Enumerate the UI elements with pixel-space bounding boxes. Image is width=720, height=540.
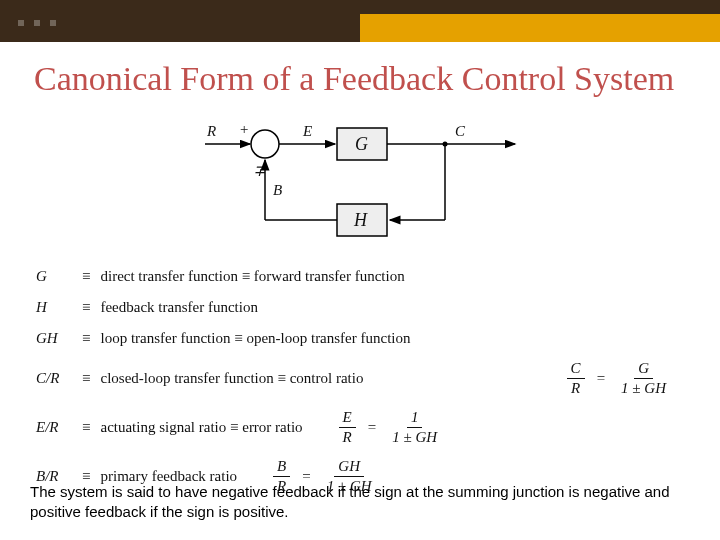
- plus-sign: +: [239, 121, 249, 137]
- def-row: E/R ≡ actuating signal ratio ≡ error rat…: [36, 410, 676, 445]
- definitions-list: G ≡ direct transfer function ≡ forward t…: [36, 268, 676, 494]
- equiv-sign: ≡: [82, 419, 90, 436]
- accent-dark: [0, 14, 360, 42]
- def-row: G ≡ direct transfer function ≡ forward t…: [36, 268, 676, 285]
- def-symbol: C/R: [36, 370, 72, 387]
- def-symbol: GH: [36, 330, 72, 347]
- accent-dots: [18, 20, 56, 26]
- footer-note: The system is said to have negative feed…: [30, 482, 690, 523]
- def-row: C/R ≡ closed-loop transfer function ≡ co…: [36, 361, 676, 396]
- def-text: direct transfer function ≡ forward trans…: [100, 268, 404, 285]
- formula-ER: ER = 11 ± GH: [333, 410, 448, 445]
- header-strip-top: [0, 0, 720, 14]
- def-text: closed-loop transfer function ≡ control …: [100, 370, 363, 387]
- signal-E: E: [302, 123, 312, 139]
- equiv-sign: ≡: [82, 268, 90, 285]
- block-diagram: R + ∓ E G C H B: [195, 110, 525, 258]
- equiv-sign: ≡: [82, 299, 90, 316]
- header-strip-accent: [0, 14, 720, 42]
- def-symbol: E/R: [36, 419, 72, 436]
- label-H: H: [353, 210, 368, 230]
- equiv-sign: ≡: [82, 370, 90, 387]
- def-text: feedback transfer function: [100, 299, 257, 316]
- summing-junction: [251, 130, 279, 158]
- equiv-sign: ≡: [82, 330, 90, 347]
- def-text: actuating signal ratio ≡ error ratio: [100, 419, 302, 436]
- label-G: G: [355, 134, 368, 154]
- def-row: GH ≡ loop transfer function ≡ open-loop …: [36, 330, 676, 347]
- signal-R: R: [206, 123, 216, 139]
- signal-C: C: [455, 123, 466, 139]
- def-text: loop transfer function ≡ open-loop trans…: [100, 330, 410, 347]
- signal-B: B: [273, 182, 282, 198]
- page-title: Canonical Form of a Feedback Control Sys…: [34, 60, 692, 98]
- def-symbol: H: [36, 299, 72, 316]
- def-row: H ≡ feedback transfer function: [36, 299, 676, 316]
- formula-CR: CR = G1 ± GH: [561, 361, 676, 396]
- accent-gold: [360, 14, 720, 42]
- def-symbol: G: [36, 268, 72, 285]
